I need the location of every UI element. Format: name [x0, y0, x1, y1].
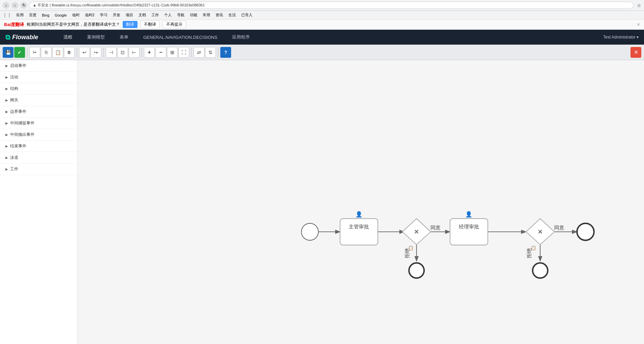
logo-icon: ⧉: [5, 33, 10, 41]
svg-text:同意: 同意: [554, 225, 564, 230]
copy-button[interactable]: ⎘: [41, 47, 52, 58]
bookmark-临时[interactable]: 临时: [70, 12, 82, 18]
sidebar-item-end-event[interactable]: ▶ 结束事件: [0, 141, 77, 152]
zoom-fit-button[interactable]: ⊞: [167, 47, 178, 58]
zoom-in-button[interactable]: +: [144, 47, 155, 58]
arrow-icon-6: ▶: [5, 121, 8, 125]
sidebar-label-swimlane: 泳道: [10, 155, 18, 161]
svg-text:×: ×: [538, 227, 542, 236]
bookmark-个人[interactable]: 个人: [162, 12, 174, 18]
arrow-icon-8: ▶: [5, 144, 8, 148]
sidebar-item-structure[interactable]: ▶ 结构: [0, 83, 77, 95]
help-button[interactable]: ?: [220, 47, 231, 58]
bookmark-生活[interactable]: 生活: [226, 12, 238, 18]
align-left-button[interactable]: ⊣: [106, 47, 117, 58]
svg-text:同意: 同意: [430, 225, 441, 230]
bookmark-已导入[interactable]: 已导入: [239, 12, 254, 18]
end-event-sub-2[interactable]: [532, 263, 548, 278]
bookmark-Google[interactable]: Google: [53, 13, 69, 18]
bookmark-Bing[interactable]: Bing: [40, 13, 51, 18]
align-center-button[interactable]: ⊡: [117, 47, 128, 58]
apps-icon[interactable]: ⋮⋮: [3, 13, 11, 18]
arrow-icon-3: ▶: [5, 87, 8, 91]
browser-bar: ‹ › ↻ ▲ 不安全 | flowable.ui.ihouyu.cn/flow…: [0, 0, 644, 11]
nav-item-decisions[interactable]: GENERAL.NAVIGATION.DECISIONS: [139, 30, 221, 45]
svg-text:📋: 📋: [408, 245, 414, 251]
paste-button[interactable]: 📋: [52, 47, 63, 58]
end-event-main[interactable]: [577, 223, 594, 240]
back-button[interactable]: ‹: [3, 2, 9, 9]
nav-item-form[interactable]: 表单: [116, 30, 132, 45]
sidebar-item-gateway[interactable]: ▶ 网关: [0, 95, 77, 106]
svg-rect-15: [450, 219, 488, 245]
bookmark-临时2[interactable]: 临时2: [83, 12, 97, 18]
svg-rect-8: [340, 219, 378, 245]
bookmark-导航[interactable]: 导航: [175, 12, 187, 18]
nav-item-process[interactable]: 流程: [59, 30, 76, 45]
start-event[interactable]: [301, 223, 318, 240]
svg-rect-0: [78, 89, 644, 315]
bookmark-文档[interactable]: 文档: [137, 12, 148, 18]
app-header: ⧉ Flowable 流程 案例模型 表单 GENERAL.NAVIGATION…: [0, 30, 644, 45]
undo-button[interactable]: ↩: [79, 47, 90, 58]
svg-text:经理审批: 经理审批: [459, 224, 479, 229]
delete-button[interactable]: 🗑: [64, 47, 75, 58]
close-translate-icon[interactable]: ×: [637, 22, 640, 28]
bookmark-学习[interactable]: 学习: [98, 12, 109, 18]
redo-button[interactable]: ↪: [91, 47, 101, 58]
sidebar-label-intermediate-catch: 中间捕捉事件: [10, 120, 34, 126]
nav-item-case-model[interactable]: 案例模型: [83, 30, 109, 45]
sidebar-item-start-event[interactable]: ▶ 启动事件: [0, 60, 77, 72]
bookmark-资讯[interactable]: 资讯: [214, 12, 225, 18]
sidebar-label-boundary-event: 边界事件: [10, 109, 26, 115]
arrow-icon-5: ▶: [5, 110, 8, 114]
end-event-sub-1[interactable]: [409, 263, 424, 278]
sidebar-item-swimlane[interactable]: ▶ 泳道: [0, 152, 77, 164]
flip-v-button[interactable]: ⇅: [205, 47, 216, 58]
svg-text:×: ×: [414, 227, 419, 236]
zoom-out-button[interactable]: −: [155, 47, 166, 58]
sidebar-item-artifact[interactable]: ▶ 工件: [0, 164, 77, 175]
sidebar-item-activity[interactable]: ▶ 活动: [0, 72, 77, 83]
nav-item-apps[interactable]: 应用程序: [228, 30, 254, 45]
sidebar-label-start-event: 启动事件: [10, 63, 26, 69]
align-right-button[interactable]: ⊢: [129, 47, 140, 58]
no-remind-button[interactable]: 不再提示: [163, 21, 186, 28]
close-editor-button[interactable]: ✕: [630, 47, 641, 58]
sidebar-item-intermediate-catch[interactable]: ▶ 中间捕捉事件: [0, 118, 77, 129]
check-button[interactable]: ✔: [14, 47, 25, 58]
arrow-icon-9: ▶: [5, 156, 8, 159]
translate-button[interactable]: 翻译: [123, 21, 138, 28]
flip-h-button[interactable]: ⇄: [194, 47, 204, 58]
bookmark-icon[interactable]: ☆: [637, 3, 641, 8]
save-button[interactable]: 💾: [3, 47, 14, 58]
sidebar-item-intermediate-throw[interactable]: ▶ 中间抛出事件: [0, 129, 77, 141]
translate-bar: Bai度翻译 检测到当前网页不是中文网页，是否要翻译成中文？ 翻译 不翻译 不再…: [0, 20, 644, 30]
sidebar-item-boundary-event[interactable]: ▶ 边界事件: [0, 106, 77, 118]
sidebar-label-activity: 活动: [10, 74, 18, 80]
address-bar[interactable]: ▲ 不安全 | flowable.ui.ihouyu.cn/flowable-u…: [29, 2, 634, 9]
canvas-area[interactable]: 👤 主管审批 × 同意 拒绝 👤 经理审批 ×: [78, 60, 644, 344]
bookmark-应用[interactable]: 应用: [14, 12, 26, 18]
bookmark-工作[interactable]: 工作: [149, 12, 161, 18]
no-translate-button[interactable]: 不翻译: [140, 21, 160, 28]
arrow-icon-4: ▶: [5, 98, 8, 102]
sidebar: ▶ 启动事件 ▶ 活动 ▶ 结构 ▶ 网关 ▶ 边界事件 ▶ 中间捕捉事件 ▶ …: [0, 60, 78, 344]
bookmark-百度[interactable]: 百度: [27, 12, 39, 18]
arrow-icon-10: ▶: [5, 167, 8, 171]
refresh-button[interactable]: ↻: [20, 2, 27, 9]
logo: ⧉ Flowable: [5, 33, 53, 41]
bookmark-项目[interactable]: 项目: [124, 12, 135, 18]
user-name: Test Administrator ▾: [603, 35, 639, 40]
fullscreen-button[interactable]: ⛶: [178, 47, 189, 58]
forward-button[interactable]: ›: [11, 2, 18, 9]
toolbar-separator-4: [142, 48, 142, 57]
cut-button[interactable]: ✂: [29, 47, 40, 58]
svg-text:👤: 👤: [465, 211, 472, 218]
baidu-logo: Bai度翻译: [4, 22, 24, 28]
user-menu[interactable]: Test Administrator ▾: [603, 35, 639, 40]
bookmark-功能[interactable]: 功能: [188, 12, 199, 18]
bookmark-开发[interactable]: 开发: [111, 12, 122, 18]
bookmark-常用[interactable]: 常用: [201, 12, 212, 18]
sidebar-label-structure: 结构: [10, 86, 18, 92]
